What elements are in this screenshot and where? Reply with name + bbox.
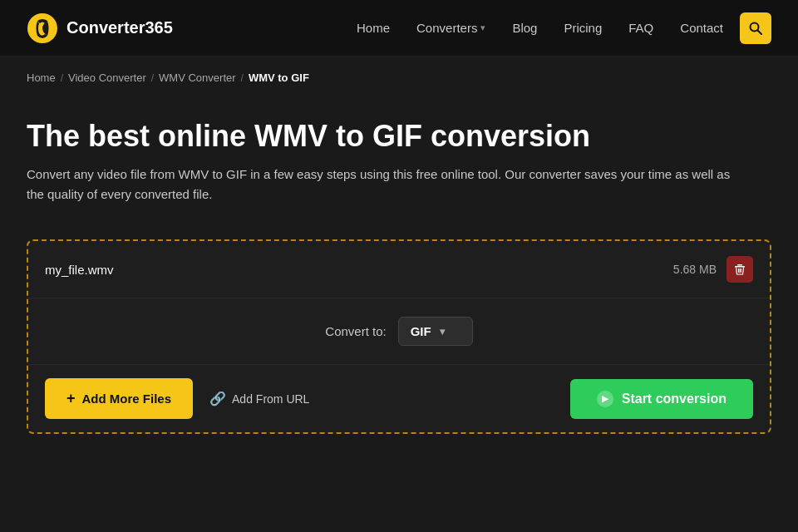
- convert-to-label: Convert to:: [325, 324, 386, 338]
- search-icon: [749, 22, 762, 35]
- file-info-right: 5.68 MB: [673, 256, 753, 283]
- converter-box: my_file.wmv 5.68 MB Convert to: GIF ▾: [27, 239, 771, 434]
- file-size: 5.68 MB: [673, 263, 717, 276]
- action-left: + Add More Files 🔗 Add From URL: [45, 378, 313, 419]
- action-row: + Add More Files 🔗 Add From URL ▶ Start …: [28, 365, 770, 432]
- breadcrumb-sep-2: /: [151, 72, 154, 84]
- page-title: The best online WMV to GIF conversion: [27, 119, 771, 153]
- chevron-down-icon: ▾: [440, 326, 445, 337]
- hero-description: Convert any video file from WMV to GIF i…: [27, 165, 741, 204]
- file-name: my_file.wmv: [45, 263, 114, 277]
- main-nav: Home Converters Blog Pricing FAQ Contact: [347, 12, 771, 44]
- add-url-button[interactable]: 🔗 Add From URL: [206, 384, 313, 413]
- svg-rect-4: [737, 264, 742, 266]
- hero-section: The best online WMV to GIF conversion Co…: [0, 94, 798, 224]
- plus-icon: +: [66, 390, 76, 407]
- format-select[interactable]: GIF ▾: [398, 317, 473, 346]
- nav-contact[interactable]: Contact: [670, 14, 733, 42]
- add-url-label: Add From URL: [232, 392, 309, 406]
- link-icon: 🔗: [209, 391, 226, 406]
- add-files-button[interactable]: + Add More Files: [45, 378, 193, 419]
- start-conversion-button[interactable]: ▶ Start conversion: [570, 379, 753, 419]
- svg-line-2: [758, 30, 762, 34]
- nav-home[interactable]: Home: [347, 14, 400, 42]
- logo-icon: [27, 12, 58, 44]
- nav-faq[interactable]: FAQ: [618, 14, 663, 42]
- nav-blog[interactable]: Blog: [502, 14, 547, 42]
- trash-icon: [734, 264, 746, 275]
- format-value: GIF: [411, 324, 431, 338]
- convert-to-row: Convert to: GIF ▾: [28, 298, 770, 365]
- breadcrumb-video-converter[interactable]: Video Converter: [68, 71, 146, 84]
- logo-text: Converter365: [66, 18, 173, 37]
- breadcrumb-current: WMV to GIF: [249, 71, 309, 84]
- breadcrumb-home[interactable]: Home: [27, 71, 56, 84]
- file-row: my_file.wmv 5.68 MB: [28, 241, 770, 298]
- logo[interactable]: Converter365: [27, 12, 173, 44]
- nav-converters[interactable]: Converters: [406, 14, 495, 42]
- breadcrumb-sep-1: /: [61, 72, 63, 84]
- delete-file-button[interactable]: [727, 256, 753, 283]
- add-files-label: Add More Files: [82, 392, 172, 406]
- play-icon: ▶: [597, 391, 613, 407]
- search-button[interactable]: [740, 12, 771, 44]
- nav-pricing[interactable]: Pricing: [554, 14, 612, 42]
- play-symbol: ▶: [602, 394, 608, 403]
- breadcrumb: Home / Video Converter / WMV Converter /…: [0, 57, 798, 94]
- svg-rect-3: [735, 266, 745, 268]
- start-label: Start conversion: [622, 392, 727, 406]
- breadcrumb-wmv-converter[interactable]: WMV Converter: [159, 71, 235, 84]
- breadcrumb-sep-3: /: [241, 72, 244, 84]
